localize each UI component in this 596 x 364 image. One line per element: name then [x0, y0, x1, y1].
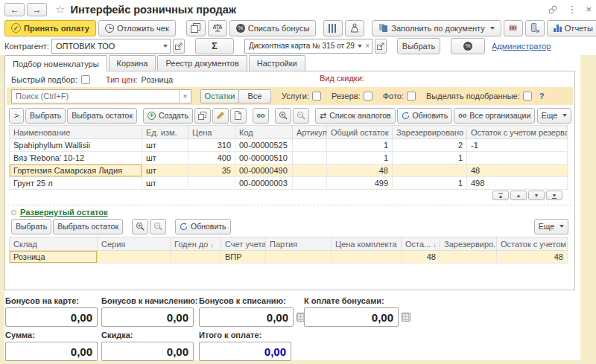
- cell-unit[interactable]: шт: [142, 177, 188, 190]
- cell-reserved[interactable]: [440, 251, 497, 264]
- cell-reserved[interactable]: 2: [393, 139, 467, 152]
- reserve-checkbox[interactable]: [364, 92, 372, 100]
- clear-search-icon[interactable]: ×: [179, 90, 191, 103]
- barcode-pair-button[interactable]: oo: [253, 108, 269, 124]
- cell-code[interactable]: 00-00000525: [235, 139, 293, 152]
- zoom-in-button[interactable]: [275, 108, 291, 124]
- go-last-button[interactable]: ▼: [546, 191, 562, 200]
- cell-name[interactable]: Spahiphyllum Wallisii: [10, 139, 142, 152]
- cell-reserved[interactable]: 1: [393, 152, 467, 165]
- go-up-button[interactable]: ▲: [510, 191, 527, 200]
- reports-button[interactable]: Отчеты: [547, 20, 596, 36]
- bonus-on-card-input[interactable]: [5, 307, 98, 327]
- product-row[interactable]: Грунт 25 л шт 00-00000003 499 1 498: [10, 177, 568, 190]
- select-card-button[interactable]: Выбрать: [397, 38, 440, 54]
- total-due-input[interactable]: [199, 342, 291, 361]
- cell-article[interactable]: [293, 165, 327, 177]
- scales-button[interactable]: [208, 20, 227, 36]
- col-warehouse[interactable]: Склад: [10, 237, 98, 251]
- col-account[interactable]: Счет учета: [221, 237, 266, 251]
- cell-batch[interactable]: [266, 251, 332, 264]
- cell-total[interactable]: 48: [327, 165, 393, 177]
- cell-price[interactable]: 35: [188, 165, 235, 177]
- cell-price[interactable]: [188, 177, 235, 190]
- create-button[interactable]: + Создать: [143, 108, 193, 124]
- col-reserved[interactable]: Зарезервировано: [393, 126, 467, 139]
- refresh-button[interactable]: Обновить: [175, 219, 231, 234]
- col-kit-price[interactable]: Цена комплекта: [332, 237, 402, 251]
- expanded-rest-title[interactable]: Развернутый остаток: [20, 208, 108, 217]
- zoom-out-button[interactable]: [150, 219, 166, 234]
- hint-link[interactable]: ?: [539, 92, 545, 100]
- col-reserved[interactable]: Зарезервиро...: [440, 237, 497, 251]
- discount-card-open-button[interactable]: [375, 39, 387, 54]
- accept-payment-button[interactable]: ✓ Принять оплату: [4, 20, 96, 36]
- cell-total[interactable]: 1: [327, 139, 393, 152]
- counterparty-open-button[interactable]: [173, 39, 185, 54]
- tab-document-registry[interactable]: Реестр документов: [157, 55, 247, 71]
- discount-card-combo[interactable]: ×: [244, 39, 372, 54]
- writeoff-bonuses-button[interactable]: % Списать бонусы: [229, 20, 317, 36]
- rests-button[interactable]: Остатки: [200, 89, 239, 103]
- cell-unit[interactable]: шт: [142, 139, 188, 152]
- dropdown-arrow-icon[interactable]: [358, 45, 362, 48]
- more-button[interactable]: Еще: [537, 108, 571, 124]
- bonus-accrual-input[interactable]: [101, 307, 194, 327]
- cell-article[interactable]: [293, 177, 327, 190]
- cell-code[interactable]: 00-00000510: [235, 152, 293, 165]
- payment-terminal-button[interactable]: [525, 20, 545, 36]
- toggle-circle-icon[interactable]: [11, 210, 16, 215]
- col-rest-with-reserve[interactable]: Остаток с учетом рез...: [497, 237, 568, 251]
- col-valid-until[interactable]: Годен до↓: [171, 237, 221, 251]
- tab-cart[interactable]: Корзина: [109, 55, 156, 71]
- more-button[interactable]: Еще: [534, 219, 568, 234]
- cell-rest[interactable]: [467, 152, 568, 165]
- cell-reserved[interactable]: [393, 165, 467, 177]
- col-article[interactable]: Артикул: [293, 126, 327, 139]
- col-rest[interactable]: Остаток с учетом резерва: [467, 126, 568, 139]
- analogs-button[interactable]: ⇄ Список аналогов: [315, 108, 396, 124]
- quick-pick-checkbox[interactable]: [81, 75, 90, 84]
- weighing-button[interactable]: [345, 20, 364, 36]
- col-name[interactable]: Наименование: [10, 126, 142, 139]
- search-box[interactable]: ×: [11, 89, 191, 103]
- photo-checkbox[interactable]: [407, 92, 416, 100]
- col-rest[interactable]: Оста...↓: [402, 237, 440, 251]
- forward-button[interactable]: →: [27, 3, 47, 16]
- all-organizations-button[interactable]: oo Все организации: [454, 108, 535, 124]
- tab-nomenclature[interactable]: Подбор номенклатуры: [4, 55, 107, 71]
- clear-icon[interactable]: ×: [365, 42, 370, 50]
- highlight-checkbox[interactable]: [523, 92, 532, 100]
- back-button[interactable]: ←: [4, 3, 25, 16]
- search-input[interactable]: [12, 92, 179, 100]
- cell-rest-with-reserve[interactable]: 48: [497, 251, 568, 264]
- cell-valid-until[interactable]: [171, 251, 221, 264]
- select-button[interactable]: Выбрать: [25, 108, 66, 124]
- bonus-payment-input[interactable]: [304, 307, 399, 327]
- services-checkbox[interactable]: [312, 92, 321, 100]
- close-icon[interactable]: ×: [586, 4, 592, 15]
- col-unit[interactable]: Ед. изм.: [142, 126, 188, 139]
- zoom-out-button[interactable]: [293, 108, 309, 124]
- cell-code[interactable]: 00-00000490: [235, 165, 293, 177]
- counterparty-input[interactable]: [56, 40, 161, 52]
- bonus-info-button[interactable]: %: [451, 38, 485, 54]
- more-menu-icon[interactable]: ⋮: [567, 4, 577, 15]
- fill-by-document-button[interactable]: Заполнить по документу: [372, 20, 501, 36]
- copy-link-icon[interactable]: [548, 4, 558, 15]
- new-document-button[interactable]: [230, 108, 247, 124]
- scanner-button[interactable]: [504, 20, 523, 36]
- col-series[interactable]: Серия: [98, 237, 171, 251]
- all-button[interactable]: Все: [238, 89, 271, 103]
- cell-rest[interactable]: -1: [467, 139, 568, 152]
- cell-unit[interactable]: шт: [142, 165, 188, 177]
- cash-drawer-button[interactable]: [186, 20, 206, 36]
- discount-card-input[interactable]: [249, 40, 355, 52]
- cell-total[interactable]: 499: [327, 177, 393, 190]
- refresh-button[interactable]: Обновить: [397, 108, 453, 124]
- sum-sigma-button[interactable]: Σ: [195, 38, 234, 54]
- go-first-button[interactable]: ▲: [492, 191, 509, 200]
- cell-unit[interactable]: шт: [142, 152, 188, 165]
- select-rest-button[interactable]: Выбрать остаток: [53, 219, 123, 234]
- product-row[interactable]: Вяз 'Rebona' 10-12 шт 400 00-00000510 1 …: [10, 152, 568, 165]
